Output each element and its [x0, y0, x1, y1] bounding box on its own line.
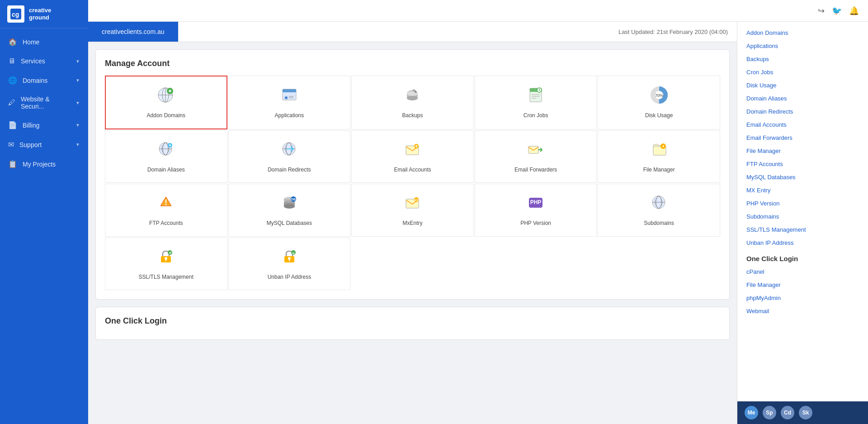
applications-cell[interactable]: Applications [228, 76, 351, 129]
twitter-icon[interactable]: 🐦 [832, 6, 842, 16]
file-manager-cell[interactable]: File Manager [598, 130, 720, 183]
svg-point-47 [165, 204, 167, 205]
sidebar-item-services-label: Services [21, 57, 45, 65]
ftp-accounts-icon [156, 193, 175, 216]
right-link-addon-domains[interactable]: Addon Domains [737, 26, 868, 39]
php-version-cell[interactable]: PHP PHP Version [475, 184, 597, 237]
right-link-webmail[interactable]: Webmail [737, 305, 868, 318]
email-accounts-label: Email Accounts [394, 167, 431, 174]
main-panel: creativeclients.com.au Last Updated: 21s… [88, 22, 737, 424]
unban-ip-label: Unban IP Address [268, 274, 311, 281]
right-link-mx-entry[interactable]: MX Entry [737, 184, 868, 197]
cron-jobs-cell[interactable]: Cron Jobs [475, 76, 597, 129]
mysql-databases-icon: DB [280, 193, 299, 216]
sidebar-item-home[interactable]: 🏠 Home [0, 32, 88, 52]
avatar-sk[interactable]: Sk [799, 406, 812, 419]
right-one-click-title: One Click Login [737, 249, 868, 265]
applications-label: Applications [275, 112, 304, 119]
logo-box: cg [7, 5, 24, 23]
right-link-php-version[interactable]: PHP Version [737, 197, 868, 210]
right-link-ftp-accounts[interactable]: FTP Accounts [737, 157, 868, 171]
email-forwarders-label: Email Forwarders [514, 167, 557, 174]
file-manager-label: File Manager [643, 167, 675, 174]
disk-usage-cell[interactable]: 70% Disk Usage [598, 76, 720, 129]
unban-ip-cell[interactable]: IP Unban IP Address [228, 238, 351, 291]
manage-account-grid: Addon Domains [105, 76, 720, 290]
sidebar-item-support-label: Support [19, 141, 42, 148]
php-version-label: PHP Version [520, 220, 551, 227]
right-link-backups[interactable]: Backups [737, 52, 868, 66]
subdomains-label: Subdomains [644, 220, 674, 227]
domain-tab-bar: creativeclients.com.au Last Updated: 21s… [88, 22, 737, 42]
domains-icon: 🌐 [8, 76, 17, 85]
sidebar-nav: 🏠 Home 🖥 Services ▼ 🌐 Domains ▼ 🖊 Websit… [0, 32, 88, 174]
svg-text:DB: DB [291, 198, 296, 201]
svg-text:PHP: PHP [530, 199, 542, 205]
svg-point-67 [168, 250, 172, 255]
right-link-cpanel[interactable]: cPanel [737, 265, 868, 278]
right-link-ssl-tls[interactable]: SSL/TLS Management [737, 223, 868, 236]
ssl-tls-cell[interactable]: SSL/TLS Management [105, 238, 227, 291]
manage-account-title: Manage Account [105, 59, 720, 68]
domain-redirects-cell[interactable]: Domain Redirects [228, 130, 351, 183]
chevron-down-icon: ▼ [75, 78, 80, 83]
applications-icon [280, 86, 299, 109]
home-icon: 🏠 [8, 38, 17, 46]
main-wrapper: ↪ 🐦 🔔 creativeclients.com.au Last Update… [88, 0, 868, 424]
domain-tab-creativeclients[interactable]: creativeclients.com.au [88, 22, 179, 42]
support-icon: ✉ [8, 140, 14, 149]
sidebar-item-services[interactable]: 🖥 Services ▼ [0, 52, 88, 71]
sidebar-item-domains[interactable]: 🌐 Domains ▼ [0, 71, 88, 90]
right-link-file-manager[interactable]: File Manager [737, 144, 868, 157]
sidebar-item-my-projects[interactable]: 📋 My Projects [0, 154, 88, 174]
sidebar-item-billing-label: Billing [23, 122, 39, 129]
avatar-me[interactable]: Me [745, 406, 758, 419]
services-icon: 🖥 [8, 57, 15, 65]
right-link-mysql-databases[interactable]: MySQL Databases [737, 171, 868, 184]
manage-account-section: Manage Account [95, 49, 730, 300]
notification-icon[interactable]: 🔔 [849, 6, 859, 16]
svg-point-20 [415, 91, 416, 93]
backups-cell[interactable]: Backups [351, 76, 474, 129]
email-accounts-cell[interactable]: Email Accounts [351, 130, 474, 183]
right-link-domain-aliases[interactable]: Domain Aliases [737, 92, 868, 105]
share-icon[interactable]: ↪ [818, 6, 825, 16]
right-link-phpmyadmin[interactable]: phpMyAdmin [737, 291, 868, 305]
email-forwarders-cell[interactable]: Email Forwarders [475, 130, 597, 183]
avatar-cd[interactable]: Cd [781, 406, 794, 419]
ftp-accounts-cell[interactable]: FTP Accounts [105, 184, 227, 237]
sidebar-item-home-label: Home [23, 38, 39, 46]
domain-aliases-label: Domain Aliases [147, 167, 185, 174]
right-link-applications[interactable]: Applications [737, 39, 868, 52]
one-click-login-section: One Click Login [95, 307, 730, 340]
sidebar-item-domains-label: Domains [23, 77, 47, 84]
mysql-databases-label: MySQL Databases [267, 220, 312, 227]
right-link-email-forwarders[interactable]: Email Forwarders [737, 131, 868, 144]
addon-domains-label: Addon Domains [147, 112, 185, 119]
sidebar-item-website-label: Website & Securi... [21, 95, 70, 110]
avatar-sp[interactable]: Sp [763, 406, 776, 419]
right-link-unban-ip[interactable]: Unban IP Address [737, 236, 868, 249]
right-link-email-accounts[interactable]: Email Accounts [737, 118, 868, 131]
subdomains-cell[interactable]: Subdomains [598, 184, 720, 237]
billing-icon: 📄 [8, 121, 17, 129]
sidebar-item-support[interactable]: ✉ Support ▼ [0, 135, 88, 154]
mysql-databases-cell[interactable]: DB MySQL Databases [228, 184, 351, 237]
right-link-subdomains[interactable]: Subdomains [737, 210, 868, 223]
domain-tab-label: creativeclients.com.au [102, 28, 165, 35]
file-manager-icon [650, 140, 669, 163]
right-link-disk-usage[interactable]: Disk Usage [737, 79, 868, 92]
chevron-down-icon: ▼ [75, 59, 80, 64]
mxentry-label: MxEntry [402, 220, 422, 227]
addon-domains-cell[interactable]: Addon Domains [105, 76, 227, 129]
ftp-accounts-label: FTP Accounts [149, 220, 183, 227]
sidebar-item-website-security[interactable]: 🖊 Website & Securi... ▼ [0, 90, 88, 115]
mxentry-cell[interactable]: MX MxEntry [351, 184, 474, 237]
brand-name: creative ground [29, 7, 51, 21]
right-link-file-manager-ocl[interactable]: File Manager [737, 278, 868, 291]
domain-aliases-cell[interactable]: Domain Aliases [105, 130, 227, 183]
unban-ip-icon: IP [280, 247, 299, 270]
sidebar-item-billing[interactable]: 📄 Billing ▼ [0, 115, 88, 135]
right-link-domain-redirects[interactable]: Domain Redirects [737, 105, 868, 118]
right-link-cron-jobs[interactable]: Cron Jobs [737, 66, 868, 79]
